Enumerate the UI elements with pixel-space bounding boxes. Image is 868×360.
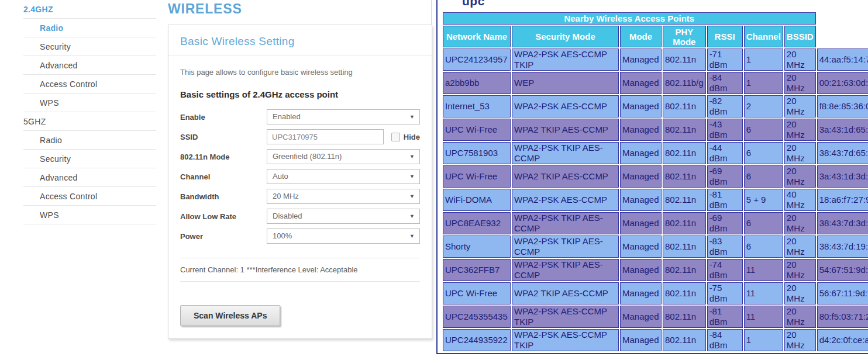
- scan-results-popup: upc Nearby Wireless Access Points Networ…: [436, 0, 868, 354]
- dropdown-caret-icon: ▼: [409, 154, 415, 160]
- sidebar-item-5ghz-advanced[interactable]: Advanced: [23, 168, 156, 187]
- sidebar-item-2-4ghz-advanced[interactable]: Advanced: [23, 56, 156, 75]
- sidebar-item-2-4ghz-wps[interactable]: WPS: [23, 94, 156, 112]
- ap-cell-mode: Managed: [620, 165, 662, 188]
- bandwidth-select-value: 20 MHz: [273, 189, 299, 203]
- ap-col-header-phy-mode: PHY Mode: [663, 26, 706, 47]
- form-row-power: Power 100% ▼: [180, 229, 420, 244]
- sidebar-item-2-4ghz-security[interactable]: Security: [23, 37, 156, 56]
- ap-cell-rssi: -75 dBm: [707, 282, 743, 304]
- divider: [180, 258, 420, 258]
- ap-cell-bssid: d4:2c:0f:ce:aa: [817, 329, 868, 351]
- ap-cell-security: WPA2-PSK AES-CCMP TKIP: [512, 329, 619, 351]
- sidebar-group-2-4ghz[interactable]: 2.4GHZ: [23, 0, 156, 19]
- ap-cell-bandwidth: 20 MHz: [784, 142, 816, 164]
- main-content: WIRELESS Basic Wireless Setting This pag…: [168, 0, 432, 17]
- ap-cell-bandwidth: 20 MHz: [784, 306, 816, 328]
- ap-cell-mode: Managed: [620, 142, 662, 164]
- hide-checkbox[interactable]: [391, 133, 400, 141]
- ap-cell-mode: Managed: [620, 236, 662, 258]
- sidebar-item-5ghz-radio[interactable]: Radio: [23, 131, 156, 150]
- ap-table-row: WiFi-DOMAWPA2-PSK AES-CCMPManaged802.11n…: [443, 189, 868, 211]
- ap-cell-network: UPC Wi-Free: [443, 119, 511, 141]
- ap-cell-channel: 1: [744, 49, 783, 71]
- enable-select[interactable]: Enabled ▼: [267, 109, 420, 124]
- ap-cell-mode: Managed: [620, 282, 662, 304]
- ap-cell-rssi: -44 dBm: [707, 142, 743, 164]
- ap-cell-phy: 802.11n: [663, 49, 706, 71]
- ap-cell-network: a2bb9bb: [443, 72, 511, 94]
- ap-cell-mode: Managed: [620, 95, 662, 117]
- sidebar-item-2-4ghz-radio[interactable]: Radio: [23, 19, 156, 37]
- nearby-ap-table: Nearby Wireless Access Points Network Na…: [442, 11, 868, 352]
- ap-cell-security: WPA2 TKIP AES-CCMP: [512, 119, 619, 141]
- sidebar-item-5ghz-wps[interactable]: WPS: [23, 206, 156, 224]
- ssid-label: SSID: [180, 133, 267, 141]
- ap-cell-network: UPC362FFB7: [443, 259, 511, 281]
- ap-cell-rssi: -81 dBm: [707, 306, 743, 328]
- ap-table-row: UPC Wi-FreeWPA2 TKIP AES-CCMPManaged802.…: [443, 165, 868, 188]
- panel-description: This page allows to configure basic wire…: [180, 68, 420, 77]
- allow-low-rate-select[interactable]: Disabled ▼: [267, 209, 420, 224]
- ap-table-title: Nearby Wireless Access Points: [443, 12, 816, 25]
- form-row-80211n-mode: 802.11n Mode Greenfield (802.11n) ▼: [180, 149, 420, 164]
- ap-cell-bssid: 54:67:51:9d:f: [817, 259, 868, 281]
- ap-cell-bandwidth: 20 MHz: [784, 119, 816, 141]
- ap-cell-rssi: -74 dBm: [707, 259, 743, 281]
- panel-header: Basic Wireless Setting: [168, 25, 432, 56]
- 80211n-mode-select[interactable]: Greenfield (802.11n) ▼: [267, 149, 420, 164]
- ap-cell-phy: 802.11n: [663, 212, 706, 234]
- ap-cell-bssid: 00:21:63:0d:0: [817, 72, 868, 94]
- ap-table-body: Nearby Wireless Access Points Network Na…: [443, 12, 868, 351]
- section-heading: Basic settings of 2.4GHz access point: [180, 89, 420, 99]
- ap-cell-rssi: -43 dBm: [707, 119, 743, 141]
- ap-cell-network: UPC244935922: [443, 329, 511, 351]
- ap-cell-bssid: 3a:43:1d:3d:7: [817, 165, 868, 188]
- ap-cell-security: WEP: [512, 72, 619, 94]
- ap-cell-phy: 802.11n: [663, 142, 706, 164]
- dropdown-caret-icon: ▼: [409, 174, 415, 179]
- ap-table-row: UPC Wi-FreeWPA2 TKIP AES-CCMPManaged802.…: [443, 282, 868, 304]
- sidebar-group-5ghz[interactable]: 5GHZ: [23, 112, 156, 131]
- ap-col-header-channel: Channel: [744, 26, 783, 47]
- channel-select[interactable]: Auto ▼: [267, 169, 420, 184]
- ap-cell-channel: 6: [744, 142, 783, 164]
- ap-cell-phy: 802.11b/g: [663, 72, 706, 94]
- power-select[interactable]: 100% ▼: [267, 229, 420, 244]
- channel-select-value: Auto: [273, 169, 288, 184]
- scan-wireless-aps-button[interactable]: Scan Wireless APs: [180, 305, 280, 326]
- ap-cell-security: WPA2-PSK AES-CCMP TKIP: [512, 306, 619, 328]
- ap-table-row: UPC362FFB7WPA2-PSK TKIP AES-CCMPManaged8…: [443, 259, 868, 281]
- sidebar-item-2-4ghz-access-control[interactable]: Access Control: [23, 75, 156, 94]
- form-row-enable: Enable Enabled ▼: [180, 109, 420, 124]
- ap-cell-channel: 2: [744, 95, 783, 117]
- divider: [180, 281, 420, 282]
- ap-cell-bssid: 18:a6:f7:27:95: [817, 189, 868, 211]
- ap-cell-mode: Managed: [620, 49, 662, 71]
- ap-cell-channel: 6: [744, 119, 783, 141]
- ap-cell-bandwidth: 20 MHz: [784, 49, 816, 71]
- 80211n-mode-select-value: Greenfield (802.11n): [273, 150, 342, 164]
- form-row-channel: Channel Auto ▼: [180, 169, 420, 184]
- ap-cell-channel: 11: [744, 306, 783, 328]
- ap-cell-rssi: -69 dBm: [707, 212, 743, 234]
- bandwidth-label: Bandwidth: [180, 192, 267, 201]
- ap-table-row: a2bb9bbWEPManaged802.11b/g-84 dBm120 MHz…: [443, 72, 868, 94]
- ap-cell-bssid: f8:8e:85:36:0d: [817, 95, 868, 117]
- ap-cell-channel: 11: [744, 259, 783, 281]
- panel-title: Basic Wireless Setting: [180, 35, 420, 48]
- basic-wireless-setting-panel: Basic Wireless Setting This page allows …: [168, 25, 432, 339]
- ap-table-row: ShortyWPA2-PSK TKIP AES-CCMPManaged802.1…: [443, 236, 868, 258]
- ap-col-header-bssid: BSSID: [784, 26, 816, 47]
- ssid-input[interactable]: [267, 129, 384, 144]
- channel-label: Channel: [180, 172, 267, 181]
- ap-cell-mode: Managed: [620, 189, 662, 211]
- ap-table-row: Internet_53WPA2-PSK AES-CCMPManaged802.1…: [443, 95, 868, 117]
- bandwidth-select[interactable]: 20 MHz ▼: [267, 189, 420, 204]
- ap-cell-bandwidth: 20 MHz: [784, 329, 816, 351]
- ap-cell-phy: 802.11n: [663, 306, 706, 328]
- sidebar-item-5ghz-access-control[interactable]: Access Control: [23, 187, 156, 206]
- ap-cell-mode: Managed: [620, 119, 662, 141]
- ap-cell-bandwidth: 20 MHz: [784, 212, 816, 234]
- sidebar-item-5ghz-security[interactable]: Security: [23, 150, 156, 168]
